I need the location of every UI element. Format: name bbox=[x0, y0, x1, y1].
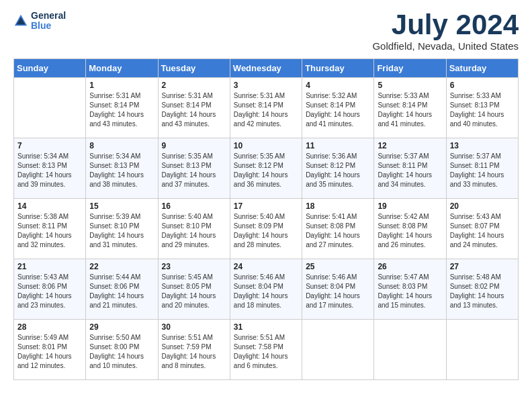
day-number: 31 bbox=[234, 322, 298, 332]
logo-blue: Blue bbox=[31, 21, 66, 31]
weekday-row: Sunday Monday Tuesday Wednesday Thursday… bbox=[14, 59, 519, 78]
calendar-cell: 25Sunrise: 5:46 AMSunset: 8:04 PMDayligh… bbox=[302, 259, 374, 320]
cell-info: Sunrise: 5:43 AMSunset: 8:07 PMDaylight:… bbox=[450, 212, 515, 250]
calendar-cell: 5Sunrise: 5:33 AMSunset: 8:14 PMDaylight… bbox=[374, 78, 446, 138]
cell-info: Sunrise: 5:35 AMSunset: 8:13 PMDaylight:… bbox=[162, 152, 226, 189]
day-number: 8 bbox=[89, 141, 154, 150]
title-area: July 2024 Goldfield, Nevada, United Stat… bbox=[372, 11, 519, 52]
cell-info: Sunrise: 5:49 AMSunset: 8:01 PMDaylight:… bbox=[17, 333, 82, 371]
calendar-week-4: 21Sunrise: 5:43 AMSunset: 8:06 PMDayligh… bbox=[14, 259, 519, 320]
cell-info: Sunrise: 5:33 AMSunset: 8:14 PMDaylight:… bbox=[378, 91, 442, 129]
calendar-header: Sunday Monday Tuesday Wednesday Thursday… bbox=[14, 59, 519, 78]
calendar-cell: 17Sunrise: 5:40 AMSunset: 8:09 PMDayligh… bbox=[230, 199, 302, 259]
day-number: 9 bbox=[162, 141, 226, 150]
calendar-table: Sunday Monday Tuesday Wednesday Thursday… bbox=[13, 58, 519, 380]
cell-info: Sunrise: 5:34 AMSunset: 8:13 PMDaylight:… bbox=[89, 152, 154, 189]
cell-info: Sunrise: 5:33 AMSunset: 8:13 PMDaylight:… bbox=[450, 91, 515, 129]
calendar-cell: 29Sunrise: 5:50 AMSunset: 8:00 PMDayligh… bbox=[86, 320, 158, 380]
calendar-cell bbox=[446, 320, 518, 380]
cell-info: Sunrise: 5:37 AMSunset: 8:11 PMDaylight:… bbox=[450, 152, 515, 189]
calendar-cell: 10Sunrise: 5:35 AMSunset: 8:12 PMDayligh… bbox=[230, 138, 302, 199]
page-container: General Blue July 2024 Goldfield, Nevada… bbox=[0, 0, 532, 391]
calendar-cell: 28Sunrise: 5:49 AMSunset: 8:01 PMDayligh… bbox=[14, 320, 86, 380]
th-sunday: Sunday bbox=[14, 59, 86, 78]
calendar-cell: 15Sunrise: 5:39 AMSunset: 8:10 PMDayligh… bbox=[86, 199, 158, 259]
cell-info: Sunrise: 5:47 AMSunset: 8:03 PMDaylight:… bbox=[378, 273, 442, 310]
calendar-cell: 12Sunrise: 5:37 AMSunset: 8:11 PMDayligh… bbox=[374, 138, 446, 199]
header: General Blue July 2024 Goldfield, Nevada… bbox=[13, 11, 519, 52]
location: Goldfield, Nevada, United States bbox=[372, 40, 519, 52]
day-number: 21 bbox=[17, 262, 82, 271]
calendar-week-2: 7Sunrise: 5:34 AMSunset: 8:13 PMDaylight… bbox=[14, 138, 519, 199]
calendar-cell: 13Sunrise: 5:37 AMSunset: 8:11 PMDayligh… bbox=[446, 138, 518, 199]
th-monday: Monday bbox=[86, 59, 158, 78]
day-number: 2 bbox=[162, 81, 226, 90]
th-thursday: Thursday bbox=[302, 59, 374, 78]
cell-info: Sunrise: 5:35 AMSunset: 8:12 PMDaylight:… bbox=[234, 152, 298, 189]
cell-info: Sunrise: 5:40 AMSunset: 8:10 PMDaylight:… bbox=[162, 212, 226, 250]
logo-icon bbox=[13, 13, 28, 28]
calendar-cell: 8Sunrise: 5:34 AMSunset: 8:13 PMDaylight… bbox=[86, 138, 158, 199]
cell-info: Sunrise: 5:43 AMSunset: 8:06 PMDaylight:… bbox=[17, 273, 82, 310]
th-saturday: Saturday bbox=[446, 59, 518, 78]
calendar-cell: 23Sunrise: 5:45 AMSunset: 8:05 PMDayligh… bbox=[158, 259, 230, 320]
logo-general: General bbox=[31, 11, 66, 21]
calendar-cell: 19Sunrise: 5:42 AMSunset: 8:08 PMDayligh… bbox=[374, 199, 446, 259]
cell-info: Sunrise: 5:41 AMSunset: 8:08 PMDaylight:… bbox=[306, 212, 370, 250]
cell-info: Sunrise: 5:50 AMSunset: 8:00 PMDaylight:… bbox=[89, 333, 154, 371]
day-number: 20 bbox=[450, 201, 515, 211]
calendar-cell: 11Sunrise: 5:36 AMSunset: 8:12 PMDayligh… bbox=[302, 138, 374, 199]
day-number: 24 bbox=[234, 262, 298, 271]
calendar-week-5: 28Sunrise: 5:49 AMSunset: 8:01 PMDayligh… bbox=[14, 320, 519, 380]
calendar-week-1: 1Sunrise: 5:31 AMSunset: 8:14 PMDaylight… bbox=[14, 78, 519, 138]
calendar-cell: 9Sunrise: 5:35 AMSunset: 8:13 PMDaylight… bbox=[158, 138, 230, 199]
day-number: 7 bbox=[17, 141, 82, 150]
day-number: 30 bbox=[162, 322, 226, 332]
day-number: 12 bbox=[378, 141, 442, 150]
calendar-cell: 2Sunrise: 5:31 AMSunset: 8:14 PMDaylight… bbox=[158, 78, 230, 138]
day-number: 13 bbox=[450, 141, 515, 150]
day-number: 28 bbox=[17, 322, 82, 332]
day-number: 16 bbox=[162, 201, 226, 211]
cell-info: Sunrise: 5:36 AMSunset: 8:12 PMDaylight:… bbox=[306, 152, 370, 189]
cell-info: Sunrise: 5:51 AMSunset: 7:59 PMDaylight:… bbox=[162, 333, 226, 371]
calendar-cell: 21Sunrise: 5:43 AMSunset: 8:06 PMDayligh… bbox=[14, 259, 86, 320]
cell-info: Sunrise: 5:51 AMSunset: 7:58 PMDaylight:… bbox=[234, 333, 298, 371]
calendar-cell: 27Sunrise: 5:48 AMSunset: 8:02 PMDayligh… bbox=[446, 259, 518, 320]
calendar-cell: 20Sunrise: 5:43 AMSunset: 8:07 PMDayligh… bbox=[446, 199, 518, 259]
logo-text: General Blue bbox=[31, 11, 66, 32]
day-number: 5 bbox=[378, 81, 442, 90]
day-number: 4 bbox=[306, 81, 370, 90]
day-number: 18 bbox=[306, 201, 370, 211]
day-number: 26 bbox=[378, 262, 442, 271]
calendar-cell: 18Sunrise: 5:41 AMSunset: 8:08 PMDayligh… bbox=[302, 199, 374, 259]
calendar-cell: 24Sunrise: 5:46 AMSunset: 8:04 PMDayligh… bbox=[230, 259, 302, 320]
day-number: 27 bbox=[450, 262, 515, 271]
calendar-cell: 7Sunrise: 5:34 AMSunset: 8:13 PMDaylight… bbox=[14, 138, 86, 199]
cell-info: Sunrise: 5:32 AMSunset: 8:14 PMDaylight:… bbox=[306, 91, 370, 129]
calendar-cell bbox=[374, 320, 446, 380]
calendar-cell: 22Sunrise: 5:44 AMSunset: 8:06 PMDayligh… bbox=[86, 259, 158, 320]
cell-info: Sunrise: 5:39 AMSunset: 8:10 PMDaylight:… bbox=[89, 212, 154, 250]
calendar-cell: 6Sunrise: 5:33 AMSunset: 8:13 PMDaylight… bbox=[446, 78, 518, 138]
cell-info: Sunrise: 5:48 AMSunset: 8:02 PMDaylight:… bbox=[450, 273, 515, 310]
cell-info: Sunrise: 5:45 AMSunset: 8:05 PMDaylight:… bbox=[162, 273, 226, 310]
day-number: 25 bbox=[306, 262, 370, 271]
logo: General Blue bbox=[13, 11, 66, 32]
cell-info: Sunrise: 5:34 AMSunset: 8:13 PMDaylight:… bbox=[17, 152, 82, 189]
calendar-week-3: 14Sunrise: 5:38 AMSunset: 8:11 PMDayligh… bbox=[14, 199, 519, 259]
day-number: 29 bbox=[89, 322, 154, 332]
calendar-cell: 14Sunrise: 5:38 AMSunset: 8:11 PMDayligh… bbox=[14, 199, 86, 259]
calendar-cell: 26Sunrise: 5:47 AMSunset: 8:03 PMDayligh… bbox=[374, 259, 446, 320]
cell-info: Sunrise: 5:31 AMSunset: 8:14 PMDaylight:… bbox=[234, 91, 298, 129]
th-wednesday: Wednesday bbox=[230, 59, 302, 78]
day-number: 17 bbox=[234, 201, 298, 211]
cell-info: Sunrise: 5:46 AMSunset: 8:04 PMDaylight:… bbox=[234, 273, 298, 310]
th-friday: Friday bbox=[374, 59, 446, 78]
day-number: 22 bbox=[89, 262, 154, 271]
th-tuesday: Tuesday bbox=[158, 59, 230, 78]
cell-info: Sunrise: 5:31 AMSunset: 8:14 PMDaylight:… bbox=[89, 91, 154, 129]
day-number: 23 bbox=[162, 262, 226, 271]
day-number: 10 bbox=[234, 141, 298, 150]
calendar-cell: 1Sunrise: 5:31 AMSunset: 8:14 PMDaylight… bbox=[86, 78, 158, 138]
